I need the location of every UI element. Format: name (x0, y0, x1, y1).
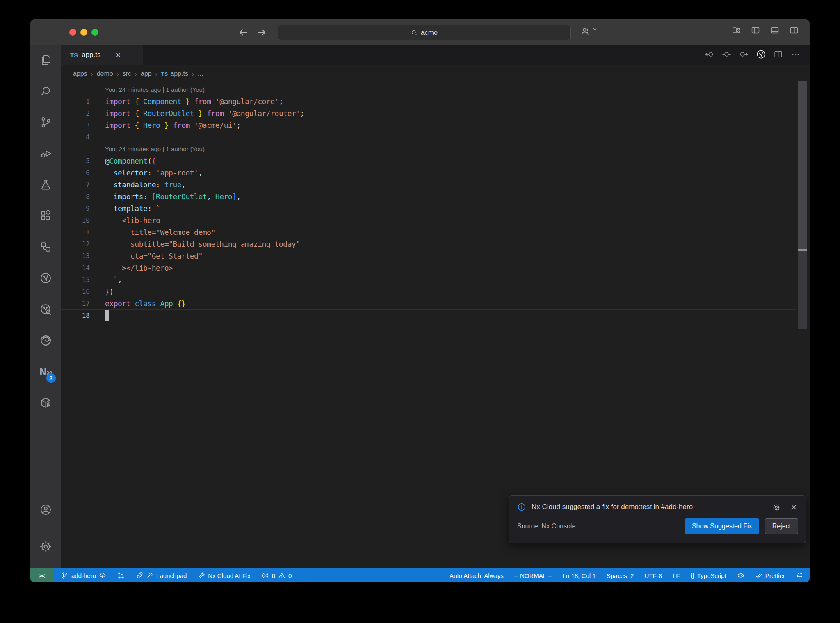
line-number[interactable]: 10 (61, 214, 90, 226)
line-number[interactable]: 9 (61, 202, 90, 214)
activity-item-nx-project-graph[interactable] (30, 263, 61, 294)
toggle-panel-bottom-icon[interactable] (770, 25, 780, 35)
close-tab-icon[interactable]: × (116, 51, 121, 59)
line-number[interactable]: 4 (61, 131, 90, 143)
toggle-panel-left-icon[interactable] (751, 25, 760, 35)
nav-back-icon[interactable] (704, 49, 714, 61)
line-number[interactable]: 2 (61, 107, 90, 119)
breadcrumb-item-appts[interactable]: TSapp.ts (161, 70, 188, 77)
breadcrumb-item-demo[interactable]: demo (97, 70, 113, 77)
nav-forward-icon[interactable] (739, 49, 749, 61)
code-line-15[interactable]: 15 `, (61, 274, 796, 286)
profile-switcher[interactable] (580, 26, 603, 36)
status-copilot[interactable] (737, 572, 744, 579)
activity-item-nx-console[interactable]: N››3 (30, 357, 61, 388)
line-number[interactable]: 3 (61, 119, 90, 131)
activity-item-extensions[interactable] (30, 201, 61, 232)
code-line-14[interactable]: 14 ></lib-hero> (61, 262, 796, 274)
close-window-button[interactable] (69, 29, 76, 36)
status-formatter[interactable]: Prettier (755, 572, 785, 579)
zoom-window-button[interactable] (91, 29, 98, 36)
code-line-17[interactable]: 17export class App {} (61, 298, 796, 309)
nx-graph-icon[interactable] (756, 49, 766, 61)
history-forward-button[interactable] (256, 27, 267, 38)
nav-current-icon[interactable] (721, 49, 732, 61)
line-number[interactable]: 12 (61, 238, 90, 250)
minimize-window-button[interactable] (80, 29, 87, 36)
remote-indicator[interactable]: >< (30, 568, 53, 582)
code-line-9[interactable]: 9 template: ` (61, 202, 796, 214)
code-line-10[interactable]: 10 <lib-hero (61, 214, 796, 226)
code-line-13[interactable]: 13 cta="Get Started" (61, 250, 796, 262)
activity-item-project-structure[interactable] (30, 232, 61, 263)
status-launchpad[interactable]: Launchpad (136, 572, 187, 579)
status-encoding[interactable]: UTF-8 (644, 572, 662, 579)
split-editor-icon[interactable] (773, 49, 783, 61)
line-number[interactable]: 15 (61, 274, 90, 286)
reject-button[interactable]: Reject (765, 518, 798, 534)
code-line-1[interactable]: 1import { Component } from '@angular/cor… (61, 95, 796, 107)
command-center-search[interactable]: acme (278, 25, 571, 40)
activity-item-search[interactable] (30, 76, 61, 107)
line-number[interactable]: 13 (61, 250, 90, 262)
activity-item-run-debug[interactable] (30, 139, 61, 170)
line-number[interactable]: 17 (61, 298, 90, 309)
toggle-panel-right-icon[interactable] (789, 25, 799, 35)
activity-item-nx-project-search[interactable] (30, 294, 61, 325)
status-notifications-bell[interactable] (796, 572, 803, 579)
editor-scrollbar[interactable] (798, 65, 807, 568)
breadcrumb-item-[interactable]: ... (198, 70, 203, 77)
code-line-5[interactable]: 5@Component({ (61, 155, 796, 167)
line-number[interactable]: 11 (61, 226, 90, 238)
activity-item-testing[interactable] (30, 170, 61, 201)
code-editor[interactable]: You, 24 minutes ago | 1 author (You)1imp… (61, 84, 796, 321)
line-number[interactable]: 8 (61, 191, 90, 202)
line-number[interactable]: 16 (61, 286, 90, 298)
breadcrumb-item-app[interactable]: app (141, 70, 152, 77)
code-line-4[interactable]: 4 (61, 131, 796, 143)
line-number[interactable]: 1 (61, 95, 90, 107)
code-line-8[interactable]: 8 imports: [RouterOutlet, Hero], (61, 191, 796, 202)
activity-item-source-control[interactable] (30, 107, 61, 139)
status-git-graph[interactable] (117, 572, 125, 579)
code-line-3[interactable]: 3import { Hero } from '@acme/ui'; (61, 119, 796, 131)
history-back-button[interactable] (238, 27, 249, 38)
breadcrumb-item-apps[interactable]: apps (73, 70, 87, 77)
code-line-18[interactable]: 18 (61, 309, 796, 321)
code-line-2[interactable]: 2import { RouterOutlet } from '@angular/… (61, 107, 796, 119)
status-auto-attach[interactable]: Auto Attach: Always (450, 572, 504, 579)
line-number[interactable]: 6 (61, 167, 90, 179)
status-indentation[interactable]: Spaces: 2 (607, 572, 634, 579)
code-text: import { Component } from '@angular/core… (90, 95, 283, 107)
activity-item-edge-browser[interactable] (30, 325, 61, 357)
customize-layout-icon[interactable] (731, 25, 741, 35)
scrollbar-thumb[interactable] (798, 81, 807, 249)
status-language-mode[interactable]: {}TypeScript (690, 572, 726, 579)
activity-item-accounts[interactable] (30, 495, 61, 526)
notification-settings-gear-icon[interactable] (772, 503, 781, 512)
status-problems[interactable]: 00 (262, 572, 292, 579)
activity-item-containers[interactable] (30, 388, 61, 419)
scrollbar-thumb-lower[interactable] (798, 251, 807, 329)
status-cursor-position[interactable]: Ln 18, Col 1 (563, 572, 596, 579)
status-git-branch[interactable]: add-hero (61, 572, 106, 579)
code-line-11[interactable]: 11 title="Welcmoe demo" (61, 226, 796, 238)
line-number[interactable]: 5 (61, 155, 90, 167)
activity-item-settings[interactable] (30, 532, 61, 563)
status-vim-mode[interactable]: -- NORMAL -- (514, 572, 552, 579)
code-line-7[interactable]: 7 standalone: true, (61, 179, 796, 191)
tab-app-ts[interactable]: TS app.ts × (61, 45, 143, 65)
notification-close-icon[interactable] (790, 503, 798, 512)
line-number[interactable]: 14 (61, 262, 90, 274)
status-nx-cloud-ai-fix[interactable]: Nx Cloud AI Fix (198, 572, 250, 579)
code-line-6[interactable]: 6 selector: 'app-root', (61, 167, 796, 179)
breadcrumb-item-src[interactable]: src (123, 70, 131, 77)
line-number[interactable]: 18 (61, 309, 90, 321)
activity-item-explorer[interactable] (30, 45, 61, 76)
line-number[interactable]: 7 (61, 179, 90, 191)
status-eol[interactable]: LF (673, 572, 680, 579)
code-line-12[interactable]: 12 subtitle="Build something amazing tod… (61, 238, 796, 250)
more-actions-icon[interactable] (790, 49, 801, 61)
show-suggested-fix-button[interactable]: Show Suggested Fix (685, 518, 759, 534)
code-line-16[interactable]: 16}) (61, 286, 796, 298)
